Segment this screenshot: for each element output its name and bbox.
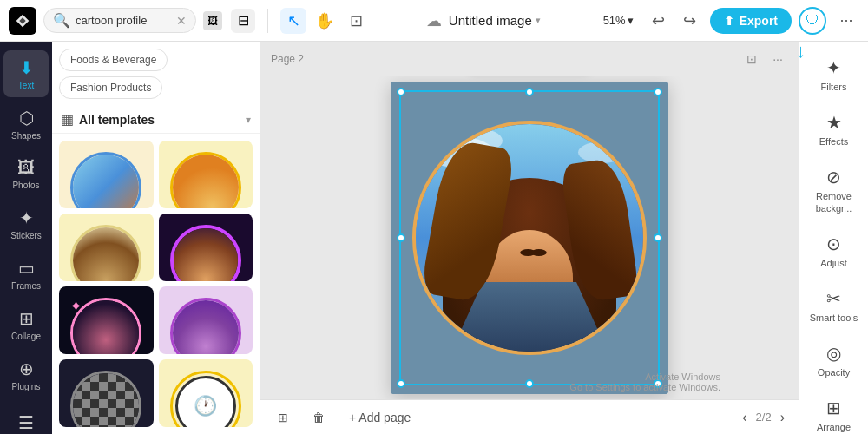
topbar-right: ⬆ Export 🛡 ···: [710, 7, 859, 35]
sidebar-item-text[interactable]: ⬇ Text: [3, 50, 49, 97]
smart-tools-label: Smart tools: [810, 312, 858, 324]
filters-tool[interactable]: ✦ Filters: [803, 49, 865, 102]
template-card-5[interactable]: ✦ ✦✦: [59, 286, 154, 354]
template-card-2[interactable]: [159, 141, 253, 208]
search-icon: 🔍: [53, 12, 70, 29]
effects-label: Effects: [819, 136, 848, 148]
opacity-label: Opacity: [818, 367, 850, 378]
grid-icon: ⊞: [278, 411, 288, 424]
menu-icon: ☰: [18, 412, 34, 433]
template-card-8[interactable]: 🕐: [159, 359, 253, 427]
page-navigation: ‹ 2/2 ›: [739, 408, 788, 427]
remove-bg-label: Remove backgr...: [808, 191, 860, 214]
shield-button[interactable]: 🛡: [799, 7, 826, 35]
sidebar-stickers-label: Stickers: [10, 231, 42, 240]
cloud-icon: ☁: [426, 11, 442, 30]
right-panel: ✦ Filters ★ Effects ⊘ Remove backgr... ⊙…: [799, 42, 868, 434]
zoom-chevron-icon: ▾: [628, 14, 634, 27]
delete-icon: 🗑: [312, 411, 325, 424]
template-card-7[interactable]: [59, 359, 154, 427]
arrow-indicator: ↓: [796, 40, 806, 62]
undo-redo-tools: ↩ ↪: [646, 8, 703, 34]
canvas-wrapper: ⊞ ⊟ ⬡ ···: [260, 76, 799, 399]
export-button[interactable]: ⬆ Export: [710, 8, 792, 34]
divider: [267, 9, 268, 33]
search-input[interactable]: [76, 14, 171, 27]
plugins-icon: ⊕: [19, 358, 34, 379]
crop-tool-button[interactable]: ⊡: [343, 8, 369, 34]
bottom-bar: ⊞ 🗑 + Add page ‹ 2/2 ›: [260, 399, 799, 434]
zoom-selector[interactable]: 51% ▾: [598, 10, 639, 30]
sidebar-item-photos[interactable]: 🖼 Photos: [3, 151, 49, 197]
topbar-center: ☁ Untitled image ▾: [376, 11, 591, 30]
export-icon: ⬆: [724, 14, 734, 28]
delete-page-button[interactable]: 🗑: [306, 407, 332, 428]
category-tabs: Foods & Beverage Fashion Products: [52, 42, 260, 106]
template-list-icon: ▦: [61, 111, 74, 128]
prev-page-button[interactable]: ‹: [739, 408, 750, 427]
frames-icon: ▭: [18, 258, 35, 279]
add-page-grid-button[interactable]: ⊞: [271, 407, 295, 428]
sidebar-item-shapes[interactable]: ⬡ Shapes: [3, 101, 49, 148]
opacity-tool[interactable]: ◎ Opacity: [803, 334, 865, 387]
filter-icon: ⊟: [238, 12, 249, 29]
next-page-button[interactable]: ›: [777, 408, 788, 427]
sidebar-item-stickers[interactable]: ✦ Stickers: [3, 201, 49, 247]
templates-panel: Foods & Beverage Fashion Products ▦ All …: [52, 42, 260, 434]
smart-tools-tool[interactable]: ✂ Smart tools: [803, 279, 865, 332]
search-bar[interactable]: 🔍 ✕: [43, 8, 196, 33]
canvas[interactable]: ⊞ ⊟ ⬡ ···: [391, 82, 668, 394]
canvas-circle-frame: [412, 121, 647, 355]
page-tools: ⊡ ···: [741, 49, 788, 69]
remove-bg-tool[interactable]: ⊘ Remove backgr...: [803, 158, 865, 222]
template-card-3[interactable]: +: [59, 214, 154, 281]
templates-header: ▦ All templates ▾: [52, 106, 260, 134]
template-card-4[interactable]: +: [159, 214, 253, 281]
select-tool-button[interactable]: ↖: [280, 8, 306, 34]
filters-icon: ✦: [826, 57, 841, 78]
undo-button[interactable]: ↩: [646, 8, 672, 34]
remove-bg-icon: ⊘: [826, 167, 841, 187]
add-page-label: + Add page: [349, 411, 411, 424]
page-settings-button[interactable]: ⊡: [741, 49, 762, 69]
sidebar-item-frames[interactable]: ▭ Frames: [3, 251, 49, 298]
template-card-1[interactable]: [59, 141, 154, 208]
arrange-tool[interactable]: ⊞ Arrange: [803, 389, 865, 434]
app-logo[interactable]: [9, 7, 36, 35]
toolbar-tools: ↖ ✋ ⊡: [280, 8, 369, 34]
page-more-button[interactable]: ···: [767, 49, 788, 69]
sidebar-item-plugins[interactable]: ⊕ Plugins: [3, 352, 49, 398]
filter-button[interactable]: ⊟: [231, 9, 255, 33]
image-search-button[interactable]: 🖼: [203, 11, 222, 30]
add-page-button[interactable]: + Add page: [342, 407, 418, 428]
tab-fashion-products[interactable]: Fashion Products: [59, 76, 162, 99]
hand-tool-button[interactable]: ✋: [312, 8, 338, 34]
left-sidebar: ⬇ Text ⬡ Shapes 🖼 Photos ✦ Stickers ▭ Fr…: [0, 42, 52, 434]
effects-tool[interactable]: ★ Effects: [803, 103, 865, 156]
canvas-portrait: [416, 124, 643, 352]
arrange-icon: ⊞: [826, 398, 841, 418]
title-text: Untitled image: [449, 13, 532, 28]
sidebar-shapes-label: Shapes: [11, 131, 41, 141]
clear-search-icon[interactable]: ✕: [176, 14, 187, 28]
templates-header-chevron-icon[interactable]: ▾: [246, 114, 251, 126]
document-title[interactable]: Untitled image ▾: [449, 13, 541, 28]
arrange-label: Arrange: [817, 422, 851, 433]
more-icon: ···: [839, 11, 852, 30]
redo-button[interactable]: ↪: [677, 8, 703, 34]
stickers-icon: ✦: [19, 207, 34, 228]
template-card-6[interactable]: [159, 286, 253, 354]
opacity-icon: ◎: [826, 343, 841, 364]
templates-grid: + + ✦ ✦✦: [52, 134, 260, 434]
canvas-area: Page 2 ⊡ ··· ⊞ ⊟ ⬡ ···: [260, 42, 799, 434]
shapes-icon: ⬡: [19, 108, 34, 128]
sidebar-item-collage[interactable]: ⊞ Collage: [3, 301, 49, 348]
adjust-icon: ⊙: [826, 233, 841, 254]
more-options-button[interactable]: ···: [833, 8, 859, 34]
tab-foods-beverage[interactable]: Foods & Beverage: [59, 49, 168, 71]
adjust-label: Adjust: [820, 258, 847, 269]
sidebar-item-menu[interactable]: ☰: [3, 405, 49, 434]
adjust-tool[interactable]: ⊙ Adjust: [803, 225, 865, 278]
page-label: Page 2: [271, 53, 304, 65]
zoom-value: 51%: [603, 14, 626, 27]
